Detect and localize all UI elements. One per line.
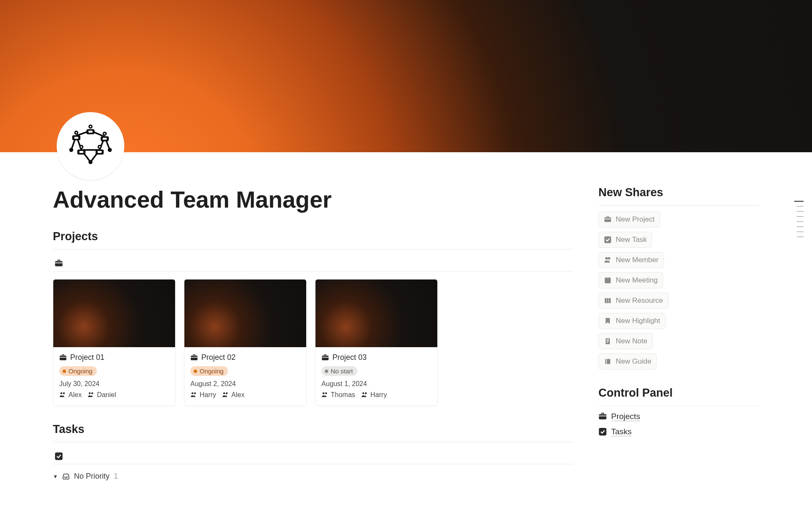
people-icon <box>88 392 94 398</box>
projects-view-tabs[interactable] <box>53 255 573 271</box>
briefcase-icon <box>55 259 63 268</box>
member-name: Harry <box>370 391 387 399</box>
project-members: Alex Daniel <box>59 391 169 399</box>
control-panel-heading: Control Panel <box>598 386 759 400</box>
members-icon <box>604 256 612 264</box>
button-label: New Guide <box>616 357 651 366</box>
guide-icon <box>604 358 612 365</box>
project-member: Alex <box>222 391 244 399</box>
project-member: Daniel <box>88 391 116 399</box>
people-icon <box>190 392 197 398</box>
svg-point-38 <box>81 146 82 148</box>
button-label: New Task <box>616 236 647 244</box>
calendar-icon <box>604 277 612 284</box>
control-panel-label: Tasks <box>611 427 632 436</box>
outline-line[interactable] <box>797 211 804 212</box>
project-title: Project 02 <box>201 353 236 362</box>
outline-line[interactable] <box>797 206 804 207</box>
tasks-group-header[interactable]: ▼ No Priority 1 <box>53 472 573 481</box>
divider <box>53 442 573 442</box>
outline-line[interactable] <box>794 201 804 202</box>
tasks-heading: Tasks <box>53 423 573 436</box>
outline-line[interactable] <box>797 231 804 232</box>
project-cover <box>315 280 437 347</box>
collapse-triangle-icon: ▼ <box>53 474 58 480</box>
new-meeting-button[interactable]: New Meeting <box>598 272 663 288</box>
button-label: New Highlight <box>616 317 660 325</box>
new-task-button[interactable]: New Task <box>598 232 652 248</box>
new-guide-button[interactable]: New Guide <box>598 354 657 370</box>
svg-rect-31 <box>88 131 93 133</box>
svg-rect-39 <box>80 151 84 153</box>
page-icon[interactable] <box>57 112 124 180</box>
page-title: Advanced Team Manager <box>53 186 573 213</box>
project-members: Harry Alex <box>190 391 300 399</box>
svg-point-21 <box>69 148 74 152</box>
project-card[interactable]: Project 01 Ongoing July 30, 2024 Alex Da… <box>53 279 176 406</box>
status-label: No start <box>331 367 353 375</box>
button-label: New Member <box>616 256 658 264</box>
project-card[interactable]: Project 03 No start August 1, 2024 Thoma… <box>315 279 438 406</box>
briefcase-icon <box>598 412 607 421</box>
status-dot-icon <box>63 370 66 373</box>
svg-point-30 <box>90 126 91 128</box>
group-label: No Priority <box>74 472 110 481</box>
cover-image <box>0 0 812 152</box>
people-icon <box>361 392 368 398</box>
new-note-button[interactable]: New Note <box>598 333 653 349</box>
briefcase-icon <box>190 354 198 362</box>
briefcase-icon <box>321 354 329 362</box>
project-card[interactable]: Project 02 Ongoing August 2, 2024 Harry … <box>184 279 307 406</box>
project-member: Thomas <box>321 391 355 399</box>
svg-rect-27 <box>74 137 79 139</box>
outline-line[interactable] <box>797 226 804 227</box>
button-label: New Resource <box>616 296 663 305</box>
resource-icon <box>604 297 612 304</box>
svg-point-42 <box>99 146 101 148</box>
project-member: Harry <box>361 391 387 399</box>
project-cards: Project 01 Ongoing July 30, 2024 Alex Da… <box>53 279 573 406</box>
svg-point-34 <box>104 133 106 134</box>
status-dot-icon <box>194 370 197 373</box>
control-panel-item-tasks[interactable]: Tasks <box>598 427 759 436</box>
member-name: Alex <box>231 391 244 399</box>
project-title: Project 01 <box>70 353 104 362</box>
divider <box>598 406 759 406</box>
project-date: August 1, 2024 <box>321 380 431 388</box>
status-badge: No start <box>321 366 357 376</box>
control-panel-item-projects[interactable]: Projects <box>598 412 759 421</box>
note-icon <box>604 337 612 345</box>
tasks-view-tabs[interactable] <box>53 448 573 464</box>
projects-heading: Projects <box>53 230 573 243</box>
divider <box>53 249 573 249</box>
status-label: Ongoing <box>69 367 93 375</box>
inbox-icon <box>62 473 70 480</box>
status-badge: Ongoing <box>190 366 228 376</box>
svg-point-22 <box>108 148 112 152</box>
new-project-button[interactable]: New Project <box>598 211 660 227</box>
group-count: 1 <box>114 472 118 481</box>
project-cover <box>53 280 175 347</box>
project-member: Alex <box>59 391 82 399</box>
button-label: New Meeting <box>616 276 658 285</box>
svg-rect-43 <box>98 151 102 153</box>
outline-line[interactable] <box>797 221 804 222</box>
control-panel-label: Projects <box>611 412 640 421</box>
project-members: Thomas Harry <box>321 391 431 399</box>
outline-line[interactable] <box>797 216 804 217</box>
status-dot-icon <box>325 370 328 373</box>
new-highlight-button[interactable]: New Highlight <box>598 313 666 329</box>
page-outline[interactable] <box>792 201 804 237</box>
button-label: New Project <box>616 215 655 224</box>
member-name: Alex <box>69 391 82 399</box>
member-name: Harry <box>200 391 216 399</box>
project-member: Harry <box>190 391 216 399</box>
new-resource-button[interactable]: New Resource <box>598 293 669 309</box>
project-date: August 2, 2024 <box>190 380 300 388</box>
new-shares-heading: New Shares <box>598 186 759 199</box>
project-date: July 30, 2024 <box>59 380 169 388</box>
outline-line[interactable] <box>797 236 804 237</box>
people-icon <box>222 392 229 398</box>
status-label: Ongoing <box>200 367 224 375</box>
new-member-button[interactable]: New Member <box>598 252 664 268</box>
